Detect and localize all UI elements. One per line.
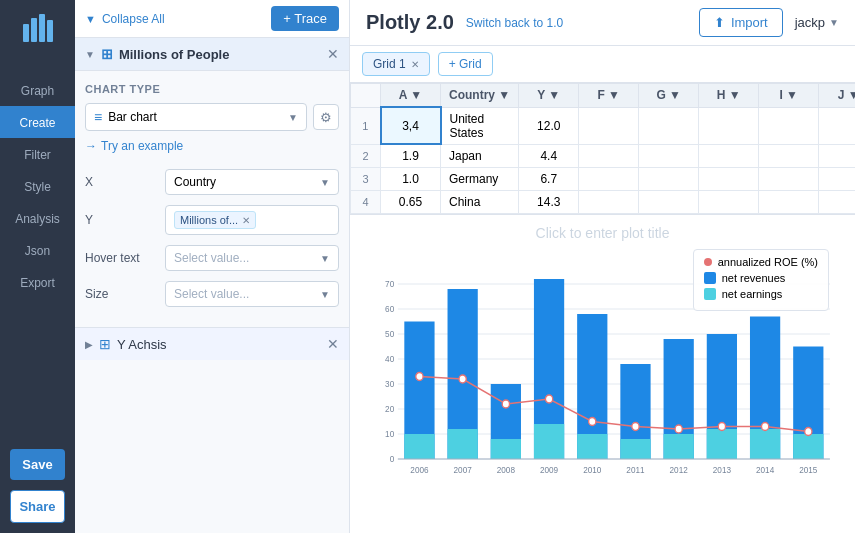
data-grid-area: Grid 1 ✕ + Grid A ▼ Country ▼ Y ▼ F ▼ [350, 46, 855, 533]
save-button[interactable]: Save [10, 449, 65, 480]
second-trace-title: Y Achsis [117, 337, 167, 352]
bar-chart-icon: ≡ [94, 109, 102, 125]
svg-rect-30 [404, 434, 434, 459]
svg-text:70: 70 [385, 279, 394, 289]
legend-dot-roe [704, 258, 712, 266]
table-row: 13,4United States12.0 [351, 107, 856, 144]
col-header-a: A ▼ [381, 84, 441, 108]
legend-label-revenues: net revenues [722, 272, 786, 284]
svg-point-42 [502, 400, 509, 408]
chevron-down-icon: ▼ [320, 253, 330, 264]
svg-point-40 [416, 373, 423, 381]
legend-item-revenues: net revenues [704, 272, 818, 284]
svg-point-44 [589, 418, 596, 426]
col-header-i: I ▼ [759, 84, 819, 108]
table-row: 40.65China14.3 [351, 191, 856, 214]
col-header-j: J ▼ [819, 84, 855, 108]
y-field-select[interactable]: Millions of... ✕ [165, 205, 339, 235]
chart-type-value: Bar chart [108, 110, 157, 124]
sidebar-item-filter[interactable]: Filter [0, 138, 75, 170]
add-grid-button[interactable]: + Grid [438, 52, 493, 76]
table-row: 21.9Japan4.4 [351, 144, 856, 168]
svg-point-43 [545, 395, 552, 403]
collapse-icon: ▼ [85, 13, 96, 25]
sidebar-item-style[interactable]: Style [0, 170, 75, 202]
y-field-row: Y Millions of... ✕ [85, 205, 339, 235]
content-area: Grid 1 ✕ + Grid A ▼ Country ▼ Y ▼ F ▼ [350, 46, 855, 533]
app-title: Plotly 2.0 [366, 11, 454, 34]
share-button[interactable]: Share [10, 490, 65, 523]
spreadsheet-wrapper: A ▼ Country ▼ Y ▼ F ▼ G ▼ H ▼ I ▼ J ▼ K … [350, 83, 855, 215]
svg-text:60: 60 [385, 304, 394, 314]
col-header-f: F ▼ [579, 84, 639, 108]
sidebar-item-export[interactable]: Export [0, 266, 75, 298]
svg-point-41 [459, 375, 466, 383]
hover-text-label: Hover text [85, 251, 165, 265]
svg-text:2006: 2006 [410, 465, 428, 475]
sidebar-item-create[interactable]: Create [0, 106, 75, 138]
collapse-all-label[interactable]: Collapse All [102, 12, 165, 26]
field-rows: X Country ▼ Y Millions of... ✕ Hover tex… [75, 165, 349, 327]
trace-title-bar[interactable]: ▼ ⊞ Millions of People ✕ [75, 38, 349, 71]
import-icon: ⬆ [714, 15, 725, 30]
svg-rect-38 [750, 429, 780, 459]
chart-and-legend: 010203040506070 200620072008200920102011… [366, 249, 839, 523]
svg-text:20: 20 [385, 404, 394, 414]
grid-tab-1-label: Grid 1 [373, 57, 406, 71]
svg-text:2010: 2010 [583, 465, 601, 475]
y-tag: Millions of... ✕ [174, 211, 256, 229]
chart-legend: annualized ROE (%) net revenues net earn… [693, 249, 829, 311]
grid-tab-close-icon[interactable]: ✕ [411, 59, 419, 70]
x-field-label: X [85, 175, 165, 189]
close-icon2[interactable]: ✕ [327, 336, 339, 352]
chart-title[interactable]: Click to enter plot title [366, 225, 839, 241]
legend-square-earnings [704, 288, 716, 300]
sidebar-item-analysis[interactable]: Analysis [0, 202, 75, 234]
svg-rect-35 [620, 439, 650, 459]
legend-square-revenues [704, 272, 716, 284]
second-trace-bar[interactable]: ▶ ⊞ Y Achsis ✕ [75, 327, 349, 360]
col-header-g: G ▼ [639, 84, 699, 108]
gear-button[interactable]: ⚙ [313, 104, 339, 130]
chart-type-select[interactable]: ≡ Bar chart ▼ [85, 103, 307, 131]
grid-tabs: Grid 1 ✕ + Grid [350, 46, 855, 83]
size-field-select[interactable]: Select value... ▼ [165, 281, 339, 307]
svg-point-49 [805, 428, 812, 436]
chevron-down-icon: ▼ [85, 49, 95, 60]
col-header-y: Y ▼ [519, 84, 579, 108]
chevron-down-icon: ▼ [288, 112, 298, 123]
svg-rect-1 [31, 18, 37, 42]
size-field-label: Size [85, 287, 165, 301]
sidebar-item-json[interactable]: Json [0, 234, 75, 266]
svg-text:40: 40 [385, 354, 394, 364]
col-header-h: H ▼ [699, 84, 759, 108]
table-row: 31.0Germany6.7 [351, 168, 856, 191]
x-field-select[interactable]: Country ▼ [165, 169, 339, 195]
svg-rect-37 [707, 429, 737, 459]
user-menu[interactable]: jackp ▼ [795, 15, 839, 30]
hover-text-select[interactable]: Select value... ▼ [165, 245, 339, 271]
close-icon[interactable]: ✕ [327, 46, 339, 62]
chevron-right-icon: ▶ [85, 339, 93, 350]
grid-icon: ⊞ [101, 46, 113, 62]
col-header-country: Country ▼ [441, 84, 519, 108]
svg-rect-32 [491, 439, 521, 459]
topbar: Plotly 2.0 Switch back to 1.0 ⬆ Import j… [350, 0, 855, 46]
y-tag-close[interactable]: ✕ [242, 215, 250, 226]
svg-text:2014: 2014 [756, 465, 774, 475]
try-example-link[interactable]: → Try an example [85, 139, 339, 153]
app-logo [19, 10, 57, 54]
switch-version-link[interactable]: Switch back to 1.0 [466, 16, 563, 30]
svg-text:2008: 2008 [497, 465, 515, 475]
grid-tab-1[interactable]: Grid 1 ✕ [362, 52, 430, 76]
sidebar-item-graph[interactable]: Graph [0, 74, 75, 106]
import-button[interactable]: ⬆ Import [699, 8, 783, 37]
trace-panel: ▼ Collapse All + Trace ▼ ⊞ Millions of P… [75, 0, 350, 533]
trace-title: Millions of People [119, 47, 230, 62]
svg-point-46 [675, 425, 682, 433]
svg-text:2012: 2012 [670, 465, 688, 475]
chart-type-section: Chart Type ≡ Bar chart ▼ ⚙ → Try an exam… [75, 71, 349, 165]
svg-point-48 [761, 423, 768, 431]
size-field-row: Size Select value... ▼ [85, 281, 339, 307]
trace-button[interactable]: + Trace [271, 6, 339, 31]
